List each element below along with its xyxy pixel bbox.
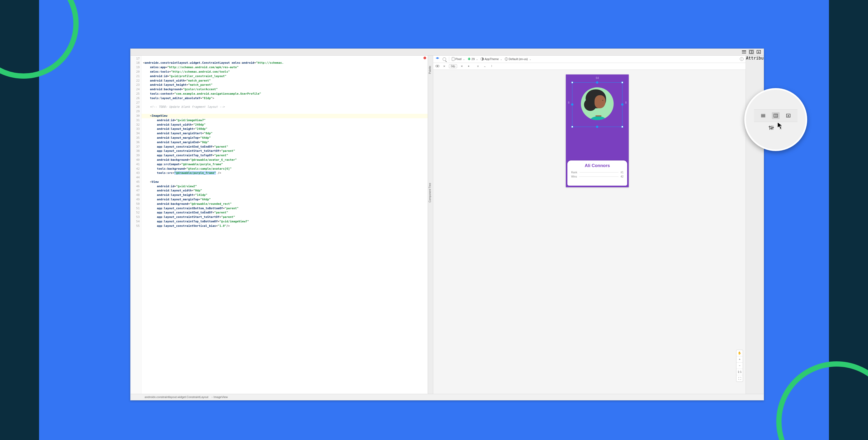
design-toolbar: Pixel 29 AppTheme Default (en-us) [433,56,746,63]
ide-window: 1718192021222324252627282930313233343536… [130,49,764,401]
constraint-handle[interactable] [596,126,598,128]
resize-handle[interactable] [571,82,573,83]
info-icon[interactable] [740,57,744,61]
profile-card: Ali Connors Rank #1 Wins 42 [567,160,627,186]
palette-tab[interactable]: Palette [429,65,431,74]
constraint-handle[interactable] [621,103,623,106]
view-mode-code-icon[interactable] [741,49,747,55]
theme-selector[interactable]: AppTheme [480,57,502,61]
breadcrumb-child[interactable]: ImageView [211,395,228,399]
breadcrumb-root[interactable]: androidx.constraintlayout.widget.Constra… [145,395,208,399]
view-mode-design-icon[interactable] [784,112,792,119]
margin-guide-left: 8 [568,101,569,104]
attributes-tab[interactable]: Attribu [746,56,764,61]
view-mode-split-icon[interactable] [772,112,780,119]
api-selector[interactable]: 29 [468,57,478,61]
resize-handle[interactable] [571,126,573,128]
design-surface-icon[interactable] [435,57,439,61]
attributes-settings-icon[interactable] [769,126,774,130]
selection-box[interactable] [572,82,622,127]
view-options-icon[interactable] [435,64,439,68]
zoom-controls: ✋ + − 1:1 ⛶ [736,350,743,382]
design-canvas[interactable]: 64 8 8 [433,70,746,394]
component-tree-tab[interactable]: Component Tree [429,183,431,202]
constraint-handle[interactable] [596,81,598,84]
constraint-handle[interactable] [571,103,574,106]
device-frame[interactable]: 64 8 8 [566,75,629,187]
callout-magnifier: Att [744,88,807,151]
avatar [581,87,614,120]
api-label: 29 [471,57,475,61]
error-indicator-icon[interactable] [424,57,426,59]
clear-constraints-icon[interactable]: ✕ [460,64,464,68]
margin-guide-top: 64 [596,77,599,80]
design-toolbar-2: ✕ 0dp ✕ ✦ ≡ ⫠ Ｉ [433,63,746,70]
view-mode-strip [130,49,764,56]
profile-name: Ali Connors [571,163,623,168]
pan-icon[interactable]: ✋ [737,350,743,356]
autoconnect-icon[interactable]: ✕ [442,64,446,68]
guideline-icon[interactable]: Ｉ [490,64,494,68]
zoom-in-button[interactable]: + [737,356,743,363]
infer-constraints-icon[interactable]: ✦ [466,64,471,68]
design-area: Pixel 29 AppTheme Default (en-us) ✕ 0dp … [433,56,746,394]
metric-value: #1 [621,171,623,174]
metric-label: Wins [571,175,577,178]
line-number-gutter: 1718192021222324252627282930313233343536… [130,56,142,394]
design-preview: Palette Component Tree Pixel 29 AppTheme… [428,56,764,394]
device-selector[interactable]: Pixel [452,57,465,61]
metric-row: Wins 42 [571,175,623,178]
orientation-icon[interactable] [442,57,446,61]
margin-guide-right: 8 [625,101,627,104]
zoom-fit-button[interactable]: ⛶ [737,375,743,382]
metric-value: 42 [621,175,623,178]
main-content: 1718192021222324252627282930313233343536… [130,56,764,394]
resize-handle[interactable] [621,82,623,83]
zoom-reset-button[interactable]: 1:1 [737,369,743,375]
locale-label: Default (en-us) [509,57,528,61]
pack-icon[interactable]: ⫠ [483,64,487,68]
device-label: Pixel [455,57,462,61]
default-margin-input[interactable]: 0dp [449,64,457,68]
breadcrumb-bar: androidx.constraintlayout.widget.Constra… [130,394,764,400]
theme-label: AppTheme [485,57,499,61]
view-mode-split-icon[interactable] [748,49,754,55]
view-mode-code-icon[interactable] [759,112,767,119]
locale-selector[interactable]: Default (en-us) [505,57,531,61]
view-mode-design-icon[interactable] [756,49,762,55]
align-icon[interactable]: ≡ [476,64,480,68]
metric-row: Rank #1 [571,171,623,174]
code-body[interactable]: <androidx.constraintlayout.widget.Constr… [142,56,428,394]
code-editor[interactable]: 1718192021222324252627282930313233343536… [130,56,428,394]
metric-label: Rank [571,171,577,174]
resize-handle[interactable] [621,126,623,128]
left-tool-tabs: Palette Component Tree [428,56,433,394]
zoom-out-button[interactable]: − [737,363,743,369]
